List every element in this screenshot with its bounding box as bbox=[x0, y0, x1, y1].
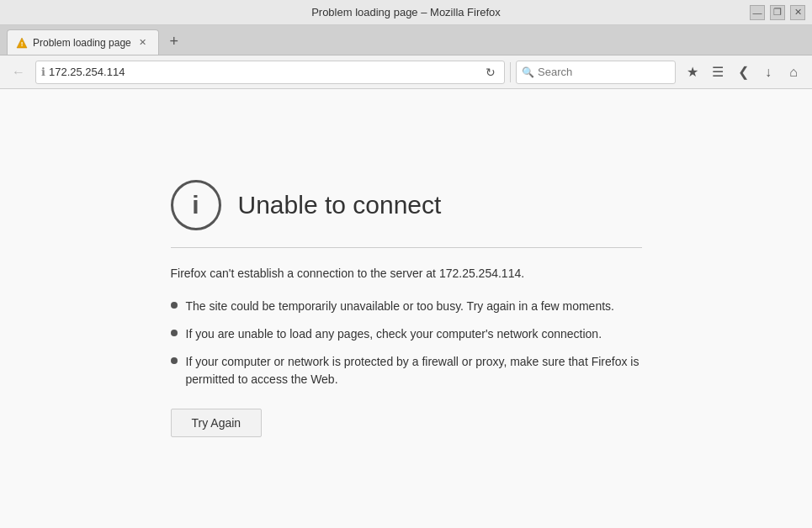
new-tab-button[interactable]: + bbox=[162, 29, 186, 53]
reading-list-button[interactable]: ☰ bbox=[706, 61, 730, 84]
info-circle-icon: i bbox=[171, 180, 221, 230]
active-tab[interactable]: ! Problem loading page ✕ bbox=[7, 29, 159, 55]
title-bar: Problem loading page – Mozilla Firefox —… bbox=[0, 0, 812, 25]
search-input[interactable] bbox=[538, 66, 679, 78]
list-item: The site could be temporarily unavailabl… bbox=[171, 298, 642, 315]
tab-close-button[interactable]: ✕ bbox=[136, 36, 150, 50]
error-title: Unable to connect bbox=[238, 191, 442, 219]
list-item: If you are unable to load any pages, che… bbox=[171, 325, 642, 343]
warning-icon: ! bbox=[16, 37, 28, 49]
pocket-button[interactable]: ❮ bbox=[731, 61, 755, 84]
url-input[interactable] bbox=[49, 66, 479, 78]
tab-label: Problem loading page bbox=[33, 37, 131, 49]
bullet-text-2: If you are unable to load any pages, che… bbox=[186, 325, 602, 343]
bookmark-button[interactable]: ★ bbox=[681, 61, 704, 84]
error-container: i Unable to connect Firefox can't establ… bbox=[171, 163, 642, 454]
downloads-button[interactable]: ↓ bbox=[756, 61, 780, 84]
window-controls: — ❐ ✕ bbox=[750, 5, 805, 20]
svg-text:!: ! bbox=[21, 40, 24, 48]
bullet-icon bbox=[171, 302, 178, 309]
maximize-button[interactable]: ❐ bbox=[770, 5, 785, 20]
back-button[interactable]: ← bbox=[7, 61, 30, 84]
toolbar-icons: ★ ☰ ❮ ↓ ⌂ bbox=[681, 61, 805, 84]
close-button[interactable]: ✕ bbox=[790, 5, 805, 20]
home-button[interactable]: ⌂ bbox=[782, 61, 805, 84]
nav-separator bbox=[510, 62, 511, 82]
error-description: Firefox can't establish a connection to … bbox=[171, 265, 642, 282]
search-bar[interactable]: 🔍 bbox=[516, 61, 676, 84]
bullet-icon bbox=[171, 330, 178, 336]
reload-button[interactable]: ↻ bbox=[482, 64, 499, 81]
bullet-text-3: If your computer or network is protected… bbox=[186, 353, 642, 388]
list-item: If your computer or network is protected… bbox=[171, 353, 642, 388]
error-header: i Unable to connect bbox=[171, 180, 642, 230]
content-area: i Unable to connect Firefox can't establ… bbox=[0, 89, 812, 528]
divider bbox=[171, 247, 642, 248]
address-bar[interactable]: ℹ ↻ bbox=[35, 61, 505, 84]
site-info-icon[interactable]: ℹ bbox=[41, 66, 45, 78]
search-icon: 🔍 bbox=[522, 66, 534, 78]
bullet-text-1: The site could be temporarily unavailabl… bbox=[186, 298, 614, 315]
nav-bar: ← ℹ ↻ 🔍 ★ ☰ ❮ ↓ ⌂ bbox=[0, 55, 812, 89]
error-list: The site could be temporarily unavailabl… bbox=[171, 298, 642, 388]
try-again-button[interactable]: Try Again bbox=[171, 409, 263, 437]
window-title: Problem loading page – Mozilla Firefox bbox=[311, 6, 501, 18]
bullet-icon bbox=[171, 357, 178, 364]
tab-bar: ! Problem loading page ✕ + bbox=[0, 25, 812, 55]
minimize-button[interactable]: — bbox=[750, 5, 765, 20]
